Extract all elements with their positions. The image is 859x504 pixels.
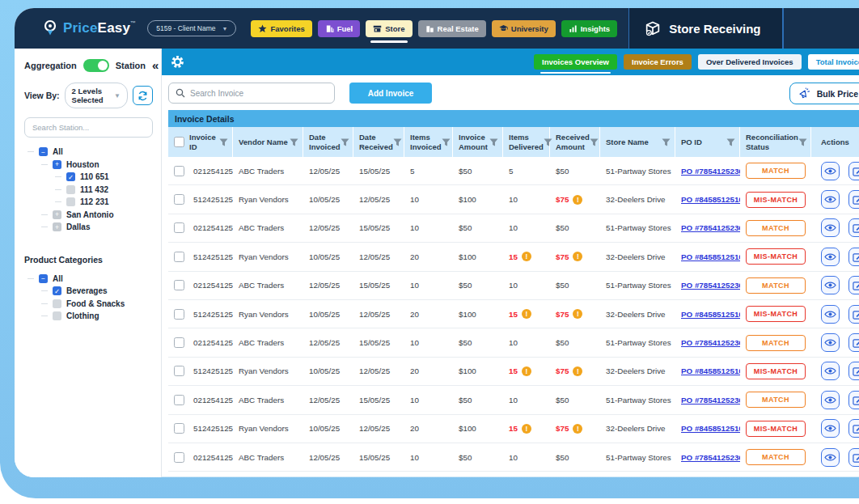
po-id-link[interactable]: PO #8458512510	[681, 195, 740, 204]
po-id-link[interactable]: PO #7854125236	[681, 223, 740, 232]
nav-item-university[interactable]: University	[492, 20, 556, 37]
po-id-link[interactable]: PO #7854125236	[681, 167, 740, 176]
nav-item-fuel[interactable]: Fuel	[318, 20, 361, 37]
filter-funnel-icon[interactable]	[442, 138, 451, 146]
table-row: 512425125Ryan Vendors10/05/2512/05/2510$…	[168, 185, 859, 214]
filter-funnel-icon[interactable]	[393, 138, 402, 146]
brand-logo[interactable]: PriceEasy™	[42, 19, 136, 37]
column-header-date-received: Date Received	[353, 127, 404, 157]
view-button[interactable]	[821, 419, 840, 438]
table-row: 021254125ABC Traders12/05/2515/05/2510$5…	[168, 443, 859, 472]
cell-store-name: 32-Deelers Drive	[600, 195, 675, 204]
view-button[interactable]	[821, 218, 840, 237]
view-button[interactable]	[821, 448, 840, 467]
tree-checkbox-checked[interactable]: ✓	[53, 286, 61, 295]
view-button[interactable]	[821, 391, 840, 409]
aggregation-toggle[interactable]	[83, 59, 109, 72]
po-id-link[interactable]: PO #8458512510	[681, 310, 740, 319]
tree-checkbox-plus-blue[interactable]: +	[53, 160, 61, 169]
edit-button[interactable]	[848, 333, 859, 352]
tree-checkbox-indeterminate[interactable]: −	[39, 147, 48, 156]
row-checkbox[interactable]	[174, 337, 184, 348]
filter-funnel-icon[interactable]	[662, 138, 671, 146]
tree-checkbox-unchecked[interactable]	[66, 185, 75, 194]
row-checkbox[interactable]	[174, 280, 184, 290]
view-button[interactable]	[821, 362, 840, 380]
edit-button[interactable]	[848, 448, 859, 467]
edit-button[interactable]	[848, 190, 859, 209]
row-checkbox[interactable]	[174, 395, 184, 405]
view-button[interactable]	[821, 190, 840, 209]
view-button[interactable]	[821, 305, 840, 324]
row-checkbox[interactable]	[174, 222, 184, 233]
nav-item-favorites[interactable]: Favorites	[251, 20, 311, 37]
po-id-link[interactable]: PO #8458512510	[681, 366, 740, 375]
po-id-link[interactable]: PO #7854125236	[681, 453, 740, 462]
row-checkbox[interactable]	[174, 252, 184, 262]
filter-funnel-icon[interactable]	[798, 138, 807, 146]
edit-button[interactable]	[848, 162, 859, 180]
edit-button[interactable]	[848, 276, 859, 294]
tree-checkbox-indeterminate[interactable]: −	[39, 274, 48, 283]
cell-store-name: 51-Partway Stores	[600, 396, 675, 404]
filter-funnel-icon[interactable]	[726, 138, 735, 146]
filter-funnel-icon[interactable]	[590, 138, 599, 146]
view-button[interactable]	[821, 248, 840, 266]
row-checkbox[interactable]	[174, 166, 184, 176]
filter-funnel-icon[interactable]	[341, 138, 349, 146]
cell-date-invoiced: 12/05/25	[303, 223, 353, 232]
table-body: 021254125ABC Traders12/05/2515/05/255$50…	[168, 157, 859, 476]
invoice-id-value: 512425125	[193, 424, 233, 433]
row-checkbox[interactable]	[174, 194, 184, 205]
nav-item-store[interactable]: Store	[366, 20, 412, 37]
tab-over-delivered-invoices[interactable]: Over Delivered Invoices	[698, 54, 802, 70]
row-checkbox[interactable]	[174, 309, 184, 320]
edit-button[interactable]	[848, 218, 859, 237]
edit-pencil-icon	[853, 366, 859, 376]
select-all-checkbox[interactable]	[174, 137, 184, 147]
tree-checkbox-unchecked[interactable]	[66, 197, 75, 206]
tab-invoice-errors[interactable]: Invoice Errors	[624, 54, 692, 70]
tree-checkbox-plus-gray[interactable]: +	[53, 222, 61, 231]
tab-invoices-overview[interactable]: Invoices Overview	[534, 54, 617, 70]
sidebar-collapse-icon[interactable]: «	[152, 58, 159, 72]
filter-funnel-icon[interactable]	[290, 138, 298, 146]
tree-checkbox-unchecked[interactable]	[53, 311, 61, 320]
edit-button[interactable]	[848, 305, 859, 324]
po-id-link[interactable]: PO #7854125236	[681, 281, 740, 290]
nav-item-real-estate[interactable]: Real Estate	[418, 20, 486, 37]
add-invoice-button[interactable]: Add Invoice	[349, 83, 432, 104]
gear-icon[interactable]	[170, 54, 185, 70]
filter-funnel-icon[interactable]	[489, 138, 498, 146]
client-selector-dropdown[interactable]: 5159 - Client Name ▼	[147, 20, 236, 36]
nav-item-insights[interactable]: Insights	[561, 20, 617, 37]
po-id-link[interactable]: PO #7854125236	[681, 396, 740, 404]
fuel-pump-icon	[325, 24, 334, 33]
tab-total-invoice[interactable]: Total Invoice	[808, 54, 859, 70]
view-button[interactable]	[821, 333, 840, 352]
row-checkbox[interactable]	[174, 423, 184, 434]
row-checkbox[interactable]	[174, 366, 184, 376]
view-button[interactable]	[821, 162, 840, 180]
po-id-link[interactable]: PO #7854125236	[681, 338, 740, 347]
tree-checkbox-unchecked[interactable]	[53, 299, 61, 308]
cell-po-id: PO #7854125236	[675, 338, 740, 347]
row-checkbox[interactable]	[174, 452, 184, 463]
edit-button[interactable]	[848, 248, 859, 266]
view-button[interactable]	[821, 276, 840, 294]
view-eye-icon	[824, 310, 836, 319]
station-search-input[interactable]	[24, 117, 153, 138]
view-by-dropdown[interactable]: 2 Levels Selected ▼	[65, 83, 128, 108]
po-id-link[interactable]: PO #8458512510	[681, 252, 740, 261]
tree-checkbox-checked[interactable]: ✓	[66, 172, 75, 181]
edit-button[interactable]	[848, 419, 859, 438]
edit-button[interactable]	[848, 362, 859, 380]
tree-checkbox-plus-gray[interactable]: +	[53, 210, 61, 219]
po-id-link[interactable]: PO #8458512510	[681, 424, 740, 433]
edit-button[interactable]	[848, 391, 859, 409]
bulk-price-button[interactable]: Bulk Price	[789, 83, 859, 104]
filter-funnel-icon[interactable]	[219, 138, 228, 146]
tree-node-label: Clothing	[66, 311, 99, 320]
invoice-search-input[interactable]	[190, 89, 328, 98]
refresh-button[interactable]	[133, 86, 153, 105]
